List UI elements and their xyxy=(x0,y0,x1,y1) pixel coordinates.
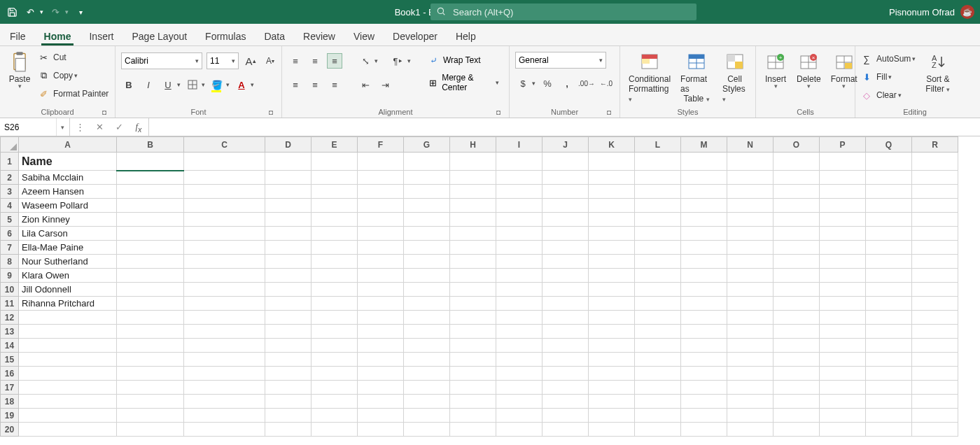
cell-P9[interactable] xyxy=(820,269,866,283)
cell-O9[interactable] xyxy=(774,269,820,283)
cell-D2[interactable] xyxy=(265,171,312,185)
cell-K20[interactable] xyxy=(589,423,635,437)
cell-L3[interactable] xyxy=(635,185,681,199)
cell-F9[interactable] xyxy=(358,269,404,283)
cell-L12[interactable] xyxy=(635,311,681,325)
col-header-Q[interactable]: Q xyxy=(866,137,912,153)
chevron-down-icon[interactable]: ▾ xyxy=(226,81,230,88)
cell-I14[interactable] xyxy=(496,339,542,353)
cell-B9[interactable] xyxy=(117,269,184,283)
cell-R2[interactable] xyxy=(912,171,958,185)
cell-C14[interactable] xyxy=(184,339,265,353)
cell-E2[interactable] xyxy=(312,171,358,185)
cell-F7[interactable] xyxy=(358,241,404,255)
cell-C1[interactable] xyxy=(184,153,265,171)
wrap-text-button[interactable]: ⤶Wrap Text xyxy=(424,52,503,69)
cell-B20[interactable] xyxy=(117,423,184,437)
cell-P12[interactable] xyxy=(820,311,866,325)
cell-E6[interactable] xyxy=(312,227,358,241)
cell-N10[interactable] xyxy=(727,283,774,297)
sort-filter-button[interactable]: AZ Sort & Filter ▾ xyxy=(923,49,953,95)
cell-G6[interactable] xyxy=(404,227,450,241)
cell-B1[interactable] xyxy=(117,153,184,171)
cell-J4[interactable] xyxy=(542,199,589,213)
cell-O8[interactable] xyxy=(774,255,820,269)
cell-F2[interactable] xyxy=(358,171,404,185)
cell-M18[interactable] xyxy=(681,395,727,409)
cell-E5[interactable] xyxy=(312,213,358,227)
cell-F13[interactable] xyxy=(358,325,404,339)
cell-Q10[interactable] xyxy=(866,283,912,297)
cell-H1[interactable] xyxy=(450,153,496,171)
cell-D8[interactable] xyxy=(265,255,312,269)
chevron-down-icon[interactable]: ▾ xyxy=(202,81,205,88)
cell-C12[interactable] xyxy=(184,311,265,325)
cell-H18[interactable] xyxy=(450,395,496,409)
cell-A5[interactable]: Zion Kinney xyxy=(19,213,117,227)
cell-K11[interactable] xyxy=(589,297,635,311)
cell-J16[interactable] xyxy=(542,367,589,381)
cell-Q4[interactable] xyxy=(866,199,912,213)
cell-O7[interactable] xyxy=(774,241,820,255)
autosum-button[interactable]: ∑AutoSum ▾ xyxy=(861,50,916,67)
cell-K13[interactable] xyxy=(589,325,635,339)
cell-I19[interactable] xyxy=(496,409,542,423)
cell-K10[interactable] xyxy=(589,283,635,297)
cell-L1[interactable] xyxy=(635,153,681,171)
cell-K6[interactable] xyxy=(589,227,635,241)
cell-C17[interactable] xyxy=(184,381,265,395)
cell-H5[interactable] xyxy=(450,213,496,227)
chevron-down-icon[interactable]: ▾ xyxy=(496,79,499,86)
cell-P1[interactable] xyxy=(820,153,866,171)
paste-button[interactable]: Paste ▾ xyxy=(6,49,34,91)
cell-O14[interactable] xyxy=(774,339,820,353)
cell-M9[interactable] xyxy=(681,269,727,283)
cell-A11[interactable]: Rihanna Pritchard xyxy=(19,297,117,311)
cell-K8[interactable] xyxy=(589,255,635,269)
cell-O16[interactable] xyxy=(774,367,820,381)
cell-C19[interactable] xyxy=(184,409,265,423)
cell-A15[interactable] xyxy=(19,353,117,367)
row-header-1[interactable]: 1 xyxy=(1,153,19,171)
menu-icon[interactable]: ⋮ xyxy=(70,122,90,132)
cell-I1[interactable] xyxy=(496,153,542,171)
cell-G5[interactable] xyxy=(404,213,450,227)
cell-K3[interactable] xyxy=(589,185,635,199)
cell-Q7[interactable] xyxy=(866,241,912,255)
row-header-11[interactable]: 11 xyxy=(1,297,19,311)
cell-Q2[interactable] xyxy=(866,171,912,185)
cell-I9[interactable] xyxy=(496,269,542,283)
cell-Q13[interactable] xyxy=(866,325,912,339)
cell-J20[interactable] xyxy=(542,423,589,437)
cell-B7[interactable] xyxy=(117,241,184,255)
cell-R8[interactable] xyxy=(912,255,958,269)
row-header-8[interactable]: 8 xyxy=(1,255,19,269)
cell-O12[interactable] xyxy=(774,311,820,325)
cell-M10[interactable] xyxy=(681,283,727,297)
cell-E14[interactable] xyxy=(312,339,358,353)
cell-M17[interactable] xyxy=(681,381,727,395)
cell-L15[interactable] xyxy=(635,353,681,367)
cell-E9[interactable] xyxy=(312,269,358,283)
name-box-input[interactable] xyxy=(0,122,56,132)
cell-N16[interactable] xyxy=(727,367,774,381)
cell-R12[interactable] xyxy=(912,311,958,325)
cell-H3[interactable] xyxy=(450,185,496,199)
save-icon[interactable] xyxy=(6,6,18,18)
cell-G2[interactable] xyxy=(404,171,450,185)
cell-B8[interactable] xyxy=(117,255,184,269)
cell-K2[interactable] xyxy=(589,171,635,185)
cell-C8[interactable] xyxy=(184,255,265,269)
cell-R14[interactable] xyxy=(912,339,958,353)
cell-H15[interactable] xyxy=(450,353,496,367)
cell-G8[interactable] xyxy=(404,255,450,269)
cell-O1[interactable] xyxy=(774,153,820,171)
cell-R5[interactable] xyxy=(912,213,958,227)
cell-O11[interactable] xyxy=(774,297,820,311)
cell-F8[interactable] xyxy=(358,255,404,269)
percent-format-button[interactable]: % xyxy=(540,76,555,91)
cell-M4[interactable] xyxy=(681,199,727,213)
cell-I8[interactable] xyxy=(496,255,542,269)
cell-O10[interactable] xyxy=(774,283,820,297)
cell-A1[interactable]: Name xyxy=(19,153,117,171)
